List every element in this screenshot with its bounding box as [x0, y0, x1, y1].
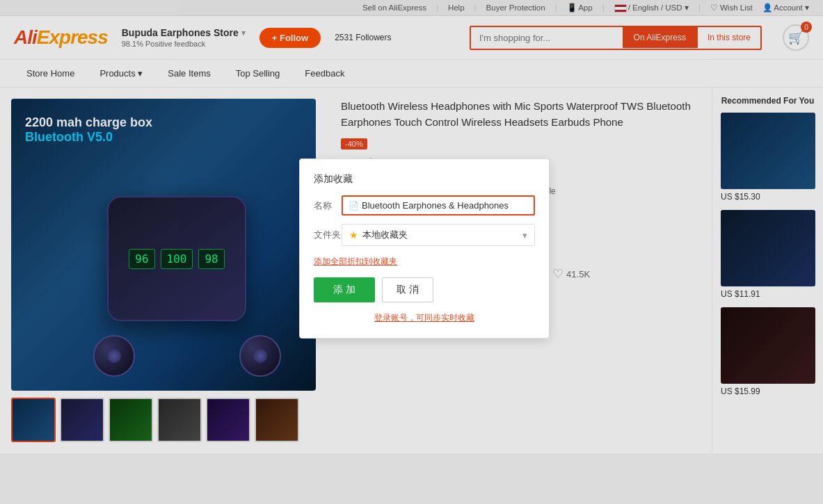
price-row: -40% [341, 138, 698, 149]
discount-badge: -40% [341, 138, 367, 149]
add-bookmark-popup: 添加收藏 名称 📄 Bluetooth Earphones & Headphon… [299, 158, 550, 339]
sell-link[interactable]: Sell on AliExpress [362, 3, 426, 12]
product-images: 2200 mah charge box Bluetooth V5.0 96 10… [0, 88, 327, 453]
file-icon: 📄 [349, 201, 359, 211]
popup-cancel-button[interactable]: 取 消 [382, 277, 433, 302]
store-info: Bupuda Earphones Store ▾ 98.1% Positive … [122, 27, 246, 48]
popup-login-link[interactable]: 登录账号，可同步实时收藏 [374, 313, 474, 323]
earbud-left [93, 335, 135, 377]
search-bar: On AliExpress In this store [470, 26, 762, 50]
earphones-visual: 96 100 98 [93, 182, 302, 377]
store-feedback: 98.1% Positive feedback [122, 40, 246, 48]
search-input[interactable] [471, 27, 623, 49]
product-main-image: 2200 mah charge box Bluetooth V5.0 96 10… [11, 99, 316, 391]
recommended-price-2: US $11.91 [721, 289, 815, 299]
popup-folder-label: 文件夹 [314, 229, 342, 241]
recommended-price-1: US $15.30 [721, 192, 815, 202]
thumbnail-6[interactable] [255, 398, 299, 442]
popup-folder-row: 文件夹 ★ 本地收藏夹 ▾ [314, 224, 535, 246]
follow-button[interactable]: + Follow [259, 28, 321, 48]
display-num-3: 98 [198, 249, 224, 269]
wishlist-button[interactable]: ♡ 41.5K [552, 266, 590, 282]
thumbnail-3[interactable] [109, 398, 153, 442]
nav-item-feedback[interactable]: Feedback [292, 60, 357, 87]
wishlist-link[interactable]: ♡ Wish List [710, 3, 753, 13]
recommended-item-1[interactable]: US $15.30 [721, 113, 815, 202]
popup-name-row: 名称 📄 Bluetooth Earphones & Headphones [314, 195, 535, 216]
followers-info: 2531 Followers [335, 31, 391, 44]
search-store-button[interactable]: In this store [697, 27, 760, 48]
display-num-1: 96 [129, 249, 154, 269]
app-link[interactable]: 📱 App [567, 3, 593, 13]
logo[interactable]: AliExpress [14, 26, 108, 49]
flag-icon [614, 4, 627, 13]
image-text-line1: 2200 mah charge box [25, 115, 152, 130]
recommended-item-2[interactable]: US $11.91 [721, 210, 815, 299]
recommended-item-3[interactable]: US $15.99 [721, 307, 815, 396]
star-icon: ★ [349, 229, 358, 241]
top-bar: Sell on AliExpress | Help | Buyer Protec… [0, 0, 823, 16]
heart-icon: ♡ [552, 266, 564, 282]
popup-add-button[interactable]: 添 加 [314, 277, 375, 302]
recommended-title: Recommended For You [721, 96, 815, 106]
popup-name-input[interactable]: 📄 Bluetooth Earphones & Headphones [342, 195, 535, 216]
image-text-line2: Bluetooth V5.0 [25, 130, 152, 145]
popup-folder-name: 本地收藏夹 [362, 229, 518, 241]
thumbnail-4[interactable] [157, 398, 202, 442]
header: AliExpress Bupuda Earphones Store ▾ 98.1… [0, 16, 823, 60]
cart-badge: 0 [801, 22, 812, 33]
language-selector[interactable]: / English / USD ▾ [614, 3, 689, 13]
recommended-image-2 [721, 210, 815, 286]
store-dropdown-icon: ▾ [241, 29, 246, 38]
image-text: 2200 mah charge box Bluetooth V5.0 [25, 115, 152, 145]
earbud-right [239, 335, 281, 377]
nav-bar: Store Home Products ▾ Sale Items Top Sel… [0, 60, 823, 88]
help-link[interactable]: Help [448, 3, 465, 12]
account-link[interactable]: 👤 Account ▾ [762, 3, 809, 13]
recommended-sidebar: Recommended For You US $15.30 US $11.91 … [712, 88, 823, 453]
popup-title: 添加收藏 [314, 173, 535, 186]
folder-dropdown-icon: ▾ [522, 230, 527, 241]
popup-name-label: 名称 [314, 200, 342, 212]
thumbnail-5[interactable] [206, 398, 250, 442]
popup-footer: 登录账号，可同步实时收藏 [314, 312, 535, 324]
thumbnail-row [11, 398, 316, 442]
recommended-image-1 [721, 113, 815, 189]
nav-item-products[interactable]: Products ▾ [87, 60, 155, 87]
product-title: Bluetooth Wireless Headphones with Mic S… [341, 99, 698, 130]
search-aliexpress-button[interactable]: On AliExpress [623, 27, 697, 48]
popup-name-text: Bluetooth Earphones & Headphones [362, 200, 528, 211]
recommended-image-3 [721, 307, 815, 384]
thumbnail-1[interactable] [11, 398, 56, 442]
thumbnail-2[interactable] [60, 398, 104, 442]
earphones-box: 96 100 98 [107, 196, 246, 321]
popup-folder-select[interactable]: ★ 本地收藏夹 ▾ [342, 224, 535, 246]
cart-icon[interactable]: 🛒 0 [783, 24, 809, 51]
nav-item-top-selling[interactable]: Top Selling [223, 60, 293, 87]
nav-item-sale-items[interactable]: Sale Items [155, 60, 223, 87]
display-num-2: 100 [161, 249, 193, 269]
buyer-protection-link[interactable]: Buyer Protection [486, 3, 545, 12]
recommended-price-3: US $15.99 [721, 387, 815, 396]
popup-buttons: 添 加 取 消 [314, 277, 535, 302]
add-all-link[interactable]: 添加全部折扣到收藏夹 [314, 256, 535, 268]
nav-item-store-home[interactable]: Store Home [14, 60, 87, 87]
store-name: Bupuda Earphones Store ▾ [122, 27, 246, 38]
